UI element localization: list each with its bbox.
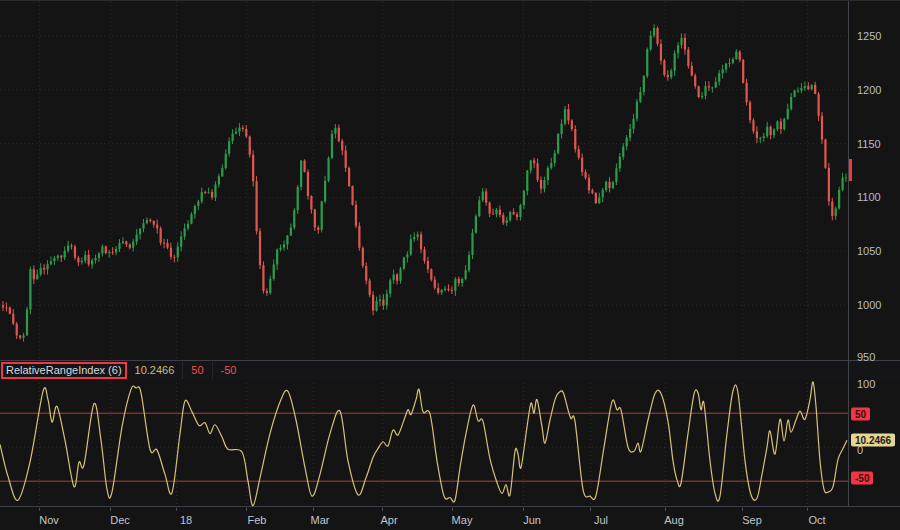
time-tick-label: Mar [311,514,330,526]
price-tick-label: 950 [857,351,875,363]
time-tick-label: Aug [664,514,684,526]
price-grid [0,1,848,360]
price-tick-label: 1200 [857,84,881,96]
chart-window: RelativeRangeIndex (6) 10.2466 50 -50 10… [0,0,900,530]
time-tick-label: Jun [523,514,541,526]
indicator-value-badge: 10.2466 [851,434,895,447]
time-tick-label: May [452,514,473,526]
time-axis[interactable]: NovDec18FebMarAprMayJunJulAugSepOct [0,506,900,530]
time-tick-label: Dec [110,514,130,526]
price-pane[interactable] [0,1,848,360]
time-tick-label: Oct [808,514,825,526]
indicator-value: 10.2466 [127,362,183,379]
indicator-level-up-badge: 50 [851,408,870,421]
price-tick-label: 1250 [857,30,881,42]
price-tick-label: 1150 [857,138,881,150]
indicator-legend: RelativeRangeIndex (6) 10.2466 50 -50 [0,362,245,379]
indicator-pane[interactable] [0,379,848,509]
indicator-level-50: 50 [182,362,211,379]
time-tick-label: Jul [594,514,608,526]
indicator-level-down-badge: -50 [851,472,873,485]
price-tick-label: 1050 [857,245,881,257]
price-tick-label: 1100 [857,191,881,203]
indicator-axis-100-label: 100 [857,378,875,390]
candles-layer [2,24,847,341]
indicator-name-button[interactable]: RelativeRangeIndex (6) [1,362,127,379]
indicator-line [0,382,847,506]
indicator-legend-row: RelativeRangeIndex (6) 10.2466 50 -50 [0,360,900,380]
time-tick-label: 18 [180,514,192,526]
indicator-level-minus-50: -50 [212,362,245,379]
time-tick-label: Feb [248,514,267,526]
last-price-marker [849,159,852,181]
time-tick-label: Sep [742,514,762,526]
time-tick-label: Apr [380,514,397,526]
price-axis[interactable]: 100 0 50 10.2466 -50 1250120011501100105… [848,1,900,506]
price-tick-label: 1000 [857,299,881,311]
time-tick-label: Nov [39,514,59,526]
